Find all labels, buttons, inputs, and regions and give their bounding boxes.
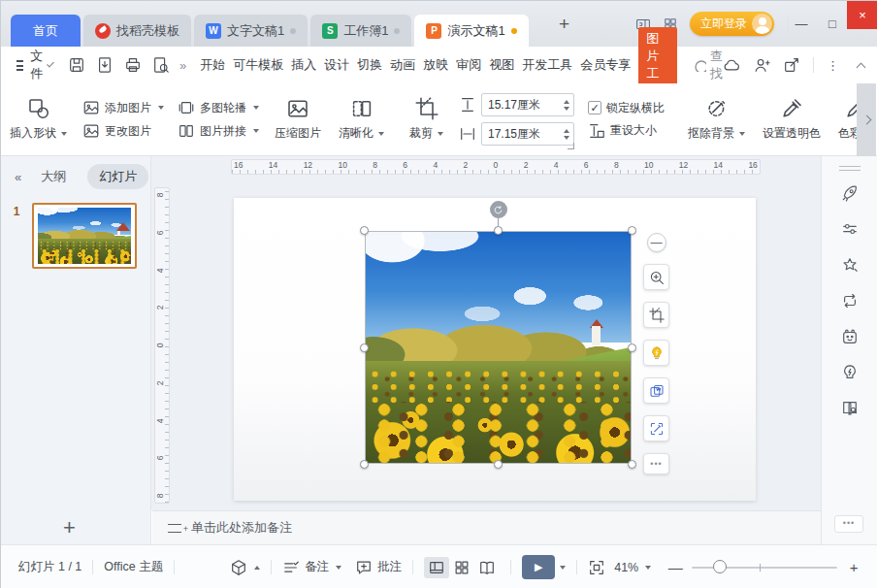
tab-presentation-active[interactable]: P 演示文稿1 — [414, 15, 528, 47]
smart-matting-button[interactable] — [643, 415, 669, 441]
collapse-ribbon-icon[interactable] — [857, 62, 866, 72]
sidebar-drag-handle[interactable] — [839, 166, 861, 171]
tab-docer-templates[interactable]: 找稻壳模板 — [83, 15, 191, 47]
size-dialog-launcher[interactable] — [568, 143, 574, 149]
width-input[interactable] — [482, 127, 550, 141]
ribbon-scroll-right[interactable] — [857, 83, 876, 156]
zoom-slider-knob[interactable] — [713, 560, 727, 573]
image-stitch-button[interactable]: 图片拼接 — [178, 122, 259, 140]
print-icon[interactable] — [124, 56, 142, 74]
reference-tool[interactable] — [822, 400, 877, 417]
slide-canvas[interactable]: — ••• — [234, 198, 756, 501]
add-image-button[interactable]: 添加图片 — [82, 99, 164, 116]
rotate-handle[interactable] — [490, 201, 507, 218]
tab-writer-doc[interactable]: W 文字文稿1 — [194, 15, 308, 47]
height-spinner[interactable] — [564, 100, 573, 111]
smart-beautify-button[interactable] — [643, 340, 669, 366]
change-image-button[interactable]: 更改图片 — [82, 122, 164, 140]
print-preview-icon[interactable] — [152, 56, 170, 74]
image-to-doc-button[interactable] — [643, 377, 669, 404]
invite-user-icon[interactable] — [753, 56, 770, 74]
sidebar-more-button[interactable]: ••• — [834, 515, 863, 533]
search-field[interactable]: 查找 — [693, 48, 723, 82]
reading-view-button[interactable] — [474, 557, 500, 578]
quick-start-tool[interactable] — [822, 184, 877, 202]
menu-review[interactable]: 审阅 — [456, 56, 481, 74]
zoom-in-button[interactable]: + — [845, 559, 862, 575]
width-spinner[interactable] — [564, 129, 573, 140]
normal-view-button[interactable] — [424, 557, 449, 578]
lock-ratio-checkbox[interactable]: ✓ — [588, 101, 601, 114]
menu-insert[interactable]: 插入 — [291, 56, 316, 74]
menu-animation[interactable]: 动画 — [390, 56, 415, 74]
save-icon[interactable] — [68, 56, 85, 74]
resize-handle-mid-left[interactable] — [360, 343, 369, 352]
menu-keniu-templates[interactable]: 可牛模板 — [233, 56, 283, 74]
properties-tool[interactable] — [822, 220, 877, 238]
zoom-level-button[interactable]: 41% — [614, 561, 651, 574]
set-transparent-color-button[interactable]: 设置透明色 — [754, 88, 829, 150]
slide-sorter-view-button[interactable] — [449, 557, 474, 578]
sharpen-button[interactable]: 清晰化 — [330, 88, 393, 150]
effects-tool[interactable] — [822, 256, 877, 274]
multi-image-carousel-button[interactable]: 多图轮播 — [178, 99, 259, 116]
tab-spreadsheet[interactable]: S 工作簿1 — [310, 15, 411, 47]
menu-membership[interactable]: 会员专享 — [580, 56, 631, 74]
zoom-out-button[interactable]: — — [666, 559, 684, 575]
menu-start[interactable]: 开始 — [200, 56, 225, 74]
maximize-button[interactable]: □ — [820, 16, 845, 31]
collapse-toolbar-button[interactable]: — — [647, 233, 666, 252]
remove-background-button[interactable]: 抠除背景 — [679, 88, 754, 150]
play-options-caret[interactable] — [560, 566, 566, 570]
close-button[interactable]: × — [847, 1, 877, 29]
menu-design[interactable]: 设计 — [324, 56, 349, 74]
zoom-in-tool-button[interactable] — [643, 264, 669, 290]
crop-tool-button[interactable] — [643, 302, 669, 328]
add-slide-button[interactable]: + — [63, 517, 76, 539]
notes-bar[interactable]: 单击此处添加备注 — [152, 510, 821, 544]
selected-picture[interactable]: — ••• — [365, 231, 632, 464]
notes-toggle-button[interactable]: 备注 — [282, 559, 341, 576]
menu-view[interactable]: 视图 — [489, 56, 514, 74]
animation-loop-tool[interactable] — [822, 292, 877, 310]
more-menu-icon[interactable]: ⋮ — [827, 58, 839, 73]
file-menu[interactable]: 文件 — [30, 48, 43, 82]
sticker-tool[interactable] — [822, 328, 877, 345]
menu-transitions[interactable]: 切换 — [357, 56, 382, 74]
more-tools-button[interactable]: ••• — [643, 453, 669, 474]
compress-image-button[interactable]: 压缩图片 — [266, 88, 330, 150]
tab-home[interactable]: 首页 — [11, 15, 81, 47]
height-input[interactable] — [482, 98, 550, 112]
resize-handle-top-center[interactable] — [494, 226, 503, 235]
export-icon[interactable] — [96, 56, 114, 74]
menu-dev-tools[interactable]: 开发工具 — [522, 56, 572, 74]
minimize-button[interactable]: — — [789, 16, 814, 31]
play-slideshow-button[interactable]: ▶ — [522, 555, 555, 579]
menu-slideshow[interactable]: 放映 — [423, 56, 448, 74]
resize-handle-bottom-right[interactable] — [628, 460, 636, 469]
tab-outline[interactable]: 大纲 — [29, 164, 78, 189]
collapse-panel-button[interactable]: « — [15, 170, 19, 184]
theme-box-button[interactable] — [230, 559, 260, 576]
fit-to-window-button[interactable] — [588, 559, 605, 576]
resize-handle-bottom-center[interactable] — [494, 460, 503, 469]
lock-aspect-ratio-row[interactable]: ✓ 锁定纵横比 — [588, 100, 665, 116]
quickbar-overflow-button[interactable]: » — [179, 58, 186, 73]
reset-size-button[interactable]: 重设大小 — [588, 122, 665, 140]
new-tab-button[interactable]: + — [559, 15, 569, 33]
main-menu-icon[interactable] — [16, 60, 23, 71]
zoom-slider[interactable] — [692, 567, 837, 569]
cloud-sync-icon[interactable] — [723, 56, 740, 74]
tab-slides[interactable]: 幻灯片 — [87, 164, 148, 189]
login-button[interactable]: 立即登录 — [690, 12, 774, 36]
resize-handle-bottom-left[interactable] — [360, 460, 369, 469]
sunflower-photo[interactable] — [365, 231, 632, 464]
insert-shape-button[interactable]: 插入形状 — [1, 88, 76, 150]
resize-handle-mid-right[interactable] — [628, 343, 636, 352]
theme-name[interactable]: Office 主题 — [104, 559, 163, 575]
inspiration-tool[interactable] — [822, 364, 877, 381]
slide-thumbnail[interactable] — [32, 203, 137, 269]
resize-handle-top-right[interactable] — [628, 226, 636, 235]
share-icon[interactable] — [783, 56, 800, 74]
resize-handle-top-left[interactable] — [360, 226, 369, 235]
